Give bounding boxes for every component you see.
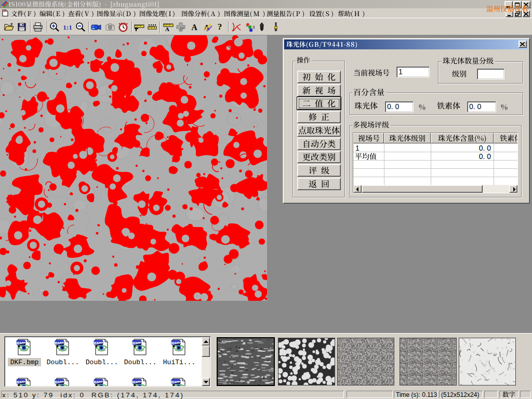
svg-text:A: A [191, 23, 197, 32]
svg-text:A: A [165, 26, 169, 32]
svg-text:DOC: DOC [3, 10, 8, 12]
svg-text:?: ? [218, 22, 222, 32]
svg-text:3: 3 [252, 25, 255, 30]
svg-text:1:1: 1:1 [63, 23, 72, 31]
